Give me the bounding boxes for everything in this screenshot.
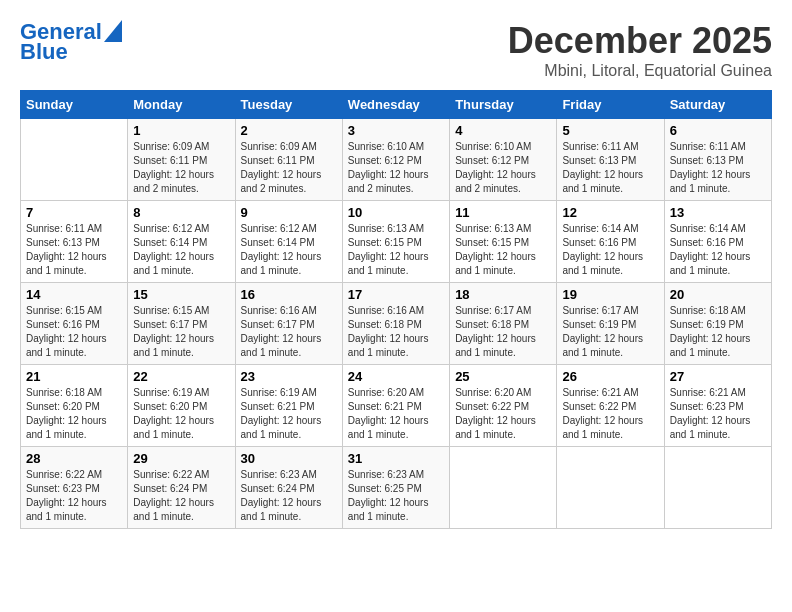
day-number: 22 [133,369,229,384]
day-info: Sunrise: 6:22 AM Sunset: 6:23 PM Dayligh… [26,468,122,524]
calendar-cell [21,119,128,201]
calendar-cell: 6Sunrise: 6:11 AM Sunset: 6:13 PM Daylig… [664,119,771,201]
day-number: 7 [26,205,122,220]
calendar-cell: 28Sunrise: 6:22 AM Sunset: 6:23 PM Dayli… [21,447,128,529]
day-number: 1 [133,123,229,138]
day-info: Sunrise: 6:12 AM Sunset: 6:14 PM Dayligh… [241,222,337,278]
day-number: 9 [241,205,337,220]
day-info: Sunrise: 6:23 AM Sunset: 6:24 PM Dayligh… [241,468,337,524]
day-info: Sunrise: 6:23 AM Sunset: 6:25 PM Dayligh… [348,468,444,524]
calendar-cell: 11Sunrise: 6:13 AM Sunset: 6:15 PM Dayli… [450,201,557,283]
calendar-cell: 21Sunrise: 6:18 AM Sunset: 6:20 PM Dayli… [21,365,128,447]
calendar-cell: 10Sunrise: 6:13 AM Sunset: 6:15 PM Dayli… [342,201,449,283]
day-number: 2 [241,123,337,138]
day-number: 16 [241,287,337,302]
calendar-cell: 12Sunrise: 6:14 AM Sunset: 6:16 PM Dayli… [557,201,664,283]
day-number: 19 [562,287,658,302]
day-info: Sunrise: 6:15 AM Sunset: 6:17 PM Dayligh… [133,304,229,360]
day-info: Sunrise: 6:13 AM Sunset: 6:15 PM Dayligh… [348,222,444,278]
page-header: General Blue December 2025 Mbini, Litora… [20,20,772,80]
calendar-cell [557,447,664,529]
day-info: Sunrise: 6:18 AM Sunset: 6:20 PM Dayligh… [26,386,122,442]
day-info: Sunrise: 6:10 AM Sunset: 6:12 PM Dayligh… [348,140,444,196]
day-number: 30 [241,451,337,466]
calendar-cell: 19Sunrise: 6:17 AM Sunset: 6:19 PM Dayli… [557,283,664,365]
day-info: Sunrise: 6:14 AM Sunset: 6:16 PM Dayligh… [562,222,658,278]
day-info: Sunrise: 6:19 AM Sunset: 6:20 PM Dayligh… [133,386,229,442]
calendar-cell: 16Sunrise: 6:16 AM Sunset: 6:17 PM Dayli… [235,283,342,365]
day-number: 17 [348,287,444,302]
calendar-week-row: 21Sunrise: 6:18 AM Sunset: 6:20 PM Dayli… [21,365,772,447]
calendar-cell: 27Sunrise: 6:21 AM Sunset: 6:23 PM Dayli… [664,365,771,447]
logo: General Blue [20,20,122,64]
day-info: Sunrise: 6:14 AM Sunset: 6:16 PM Dayligh… [670,222,766,278]
day-info: Sunrise: 6:17 AM Sunset: 6:19 PM Dayligh… [562,304,658,360]
calendar-cell: 7Sunrise: 6:11 AM Sunset: 6:13 PM Daylig… [21,201,128,283]
day-number: 13 [670,205,766,220]
day-info: Sunrise: 6:12 AM Sunset: 6:14 PM Dayligh… [133,222,229,278]
calendar-cell: 24Sunrise: 6:20 AM Sunset: 6:21 PM Dayli… [342,365,449,447]
day-info: Sunrise: 6:20 AM Sunset: 6:22 PM Dayligh… [455,386,551,442]
logo-text-line2: Blue [20,40,68,64]
day-number: 10 [348,205,444,220]
day-info: Sunrise: 6:11 AM Sunset: 6:13 PM Dayligh… [562,140,658,196]
day-number: 20 [670,287,766,302]
month-title: December 2025 [508,20,772,62]
day-number: 21 [26,369,122,384]
day-number: 6 [670,123,766,138]
day-number: 15 [133,287,229,302]
day-info: Sunrise: 6:18 AM Sunset: 6:19 PM Dayligh… [670,304,766,360]
day-number: 31 [348,451,444,466]
calendar-cell: 30Sunrise: 6:23 AM Sunset: 6:24 PM Dayli… [235,447,342,529]
calendar-cell: 29Sunrise: 6:22 AM Sunset: 6:24 PM Dayli… [128,447,235,529]
day-info: Sunrise: 6:13 AM Sunset: 6:15 PM Dayligh… [455,222,551,278]
calendar-week-row: 7Sunrise: 6:11 AM Sunset: 6:13 PM Daylig… [21,201,772,283]
calendar-cell: 25Sunrise: 6:20 AM Sunset: 6:22 PM Dayli… [450,365,557,447]
calendar-cell: 31Sunrise: 6:23 AM Sunset: 6:25 PM Dayli… [342,447,449,529]
day-info: Sunrise: 6:11 AM Sunset: 6:13 PM Dayligh… [26,222,122,278]
day-number: 27 [670,369,766,384]
calendar-cell: 20Sunrise: 6:18 AM Sunset: 6:19 PM Dayli… [664,283,771,365]
calendar-cell: 15Sunrise: 6:15 AM Sunset: 6:17 PM Dayli… [128,283,235,365]
day-number: 23 [241,369,337,384]
day-info: Sunrise: 6:15 AM Sunset: 6:16 PM Dayligh… [26,304,122,360]
day-info: Sunrise: 6:16 AM Sunset: 6:18 PM Dayligh… [348,304,444,360]
weekday-header-row: SundayMondayTuesdayWednesdayThursdayFrid… [21,91,772,119]
day-info: Sunrise: 6:21 AM Sunset: 6:23 PM Dayligh… [670,386,766,442]
calendar-cell: 17Sunrise: 6:16 AM Sunset: 6:18 PM Dayli… [342,283,449,365]
day-number: 11 [455,205,551,220]
day-number: 12 [562,205,658,220]
day-number: 8 [133,205,229,220]
calendar-cell: 2Sunrise: 6:09 AM Sunset: 6:11 PM Daylig… [235,119,342,201]
weekday-header-wednesday: Wednesday [342,91,449,119]
calendar-header: SundayMondayTuesdayWednesdayThursdayFrid… [21,91,772,119]
calendar-cell: 13Sunrise: 6:14 AM Sunset: 6:16 PM Dayli… [664,201,771,283]
location-subtitle: Mbini, Litoral, Equatorial Guinea [508,62,772,80]
weekday-header-sunday: Sunday [21,91,128,119]
day-number: 3 [348,123,444,138]
calendar-cell [450,447,557,529]
day-number: 4 [455,123,551,138]
day-number: 24 [348,369,444,384]
day-info: Sunrise: 6:17 AM Sunset: 6:18 PM Dayligh… [455,304,551,360]
day-info: Sunrise: 6:09 AM Sunset: 6:11 PM Dayligh… [133,140,229,196]
calendar-week-row: 14Sunrise: 6:15 AM Sunset: 6:16 PM Dayli… [21,283,772,365]
calendar-cell: 3Sunrise: 6:10 AM Sunset: 6:12 PM Daylig… [342,119,449,201]
calendar-body: 1Sunrise: 6:09 AM Sunset: 6:11 PM Daylig… [21,119,772,529]
day-info: Sunrise: 6:10 AM Sunset: 6:12 PM Dayligh… [455,140,551,196]
calendar-week-row: 1Sunrise: 6:09 AM Sunset: 6:11 PM Daylig… [21,119,772,201]
calendar-cell [664,447,771,529]
day-info: Sunrise: 6:22 AM Sunset: 6:24 PM Dayligh… [133,468,229,524]
weekday-header-thursday: Thursday [450,91,557,119]
calendar-cell: 26Sunrise: 6:21 AM Sunset: 6:22 PM Dayli… [557,365,664,447]
day-info: Sunrise: 6:09 AM Sunset: 6:11 PM Dayligh… [241,140,337,196]
day-info: Sunrise: 6:20 AM Sunset: 6:21 PM Dayligh… [348,386,444,442]
day-info: Sunrise: 6:11 AM Sunset: 6:13 PM Dayligh… [670,140,766,196]
calendar-cell: 18Sunrise: 6:17 AM Sunset: 6:18 PM Dayli… [450,283,557,365]
svg-marker-0 [104,20,122,42]
day-number: 26 [562,369,658,384]
weekday-header-saturday: Saturday [664,91,771,119]
calendar-cell: 23Sunrise: 6:19 AM Sunset: 6:21 PM Dayli… [235,365,342,447]
weekday-header-friday: Friday [557,91,664,119]
day-info: Sunrise: 6:21 AM Sunset: 6:22 PM Dayligh… [562,386,658,442]
